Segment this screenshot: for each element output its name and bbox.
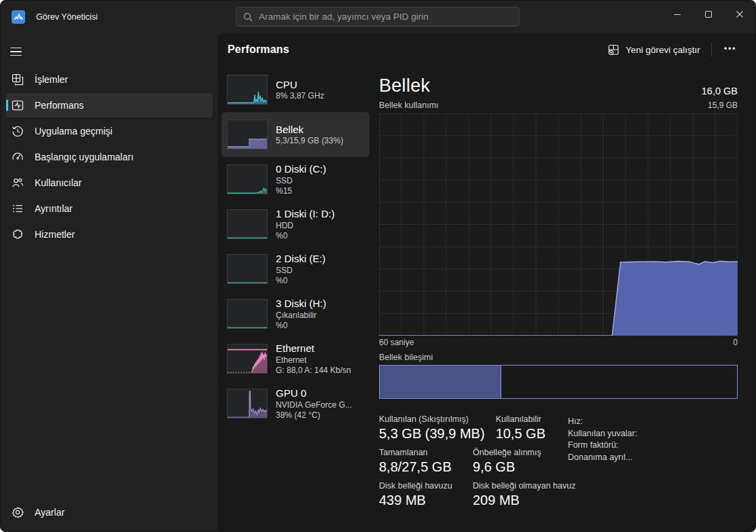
stat-cell: Tamamlanan8,8/27,5 GB <box>379 448 462 475</box>
perf-item-subtitle: 5,3/15,9 GB (33%) <box>276 136 343 145</box>
search-box[interactable] <box>236 7 520 26</box>
perf-item-title: 2 Diski (E:) <box>276 253 325 264</box>
axis-right-label: 0 <box>733 338 738 347</box>
perf-item-subtitle: %15 <box>276 186 326 196</box>
stat-value: 8,8/27,5 GB <box>379 459 462 475</box>
detail-title: Bellek <box>379 75 430 96</box>
perf-list-item-disk0[interactable]: 0 Diski (C:)SSD%15 <box>221 157 370 202</box>
perf-item-subtitle: HDD <box>276 221 335 230</box>
stat-cell: Disk belleği havuzu439 MB <box>379 481 462 508</box>
sidebar-item-label: Ayarlar <box>35 507 65 518</box>
stat-cell: Disk belleği olmayan havuz209 MB <box>473 481 575 508</box>
stat-cell: Kullanılan (Sıkıştırılmış)5,3 GB (39,9 M… <box>379 414 485 442</box>
selection-accent <box>6 74 8 86</box>
users-icon <box>12 177 24 189</box>
sidebar-item-services[interactable]: Hizmetler <box>6 222 213 247</box>
hardware-info-labels: Hız:Kullanılan yuvalar:Form faktörü:Dona… <box>568 416 637 463</box>
perf-item-title: Ethernet <box>276 342 351 354</box>
perf-item-subtitle: 8% 3,87 GHz <box>276 91 324 101</box>
perf-list-item-cpu[interactable]: CPU8% 3,87 GHz <box>221 67 370 112</box>
minimize-button[interactable] <box>662 1 693 28</box>
stat-label: Disk belleği olmayan havuz <box>473 481 575 491</box>
perf-list-item-disk3[interactable]: 3 Diski (H:)Çıkarılabilir%0 <box>221 291 370 336</box>
perf-item-subtitle: %0 <box>276 321 326 330</box>
perf-list-item-gpu0[interactable]: GPU 0NVIDIA GeForce G...38% (42 °C) <box>221 381 370 426</box>
run-new-task-button[interactable]: Yeni görevi çalıştır <box>601 39 707 60</box>
maximize-button[interactable] <box>693 1 724 28</box>
search-icon <box>243 12 253 22</box>
stat-value: 9,6 GB <box>473 459 556 475</box>
window-controls <box>662 1 755 28</box>
close-button[interactable] <box>724 1 755 28</box>
stat-value: 439 MB <box>379 493 462 508</box>
perf-item-subtitle: %0 <box>276 231 335 241</box>
sidebar-item-label: Ayrıntılar <box>35 203 73 214</box>
memory-composition-used <box>380 366 501 398</box>
app-title: Görev Yöneticisi <box>36 12 98 22</box>
perf-item-title: 1 Diski (I: D:) <box>276 208 335 219</box>
memory-stats: Hız:Kullanılan yuvalar:Form faktörü:Dona… <box>379 414 738 508</box>
sidebar-item-users[interactable]: Kullanıcılar <box>6 171 213 195</box>
new-task-icon <box>608 44 619 56</box>
memory-composition-label: Bellek bileşimi <box>379 353 738 362</box>
cpu-mini-graph <box>227 75 268 105</box>
sidebar-item-history[interactable]: Uygulama geçmişi <box>6 119 213 143</box>
sidebar-item-startup[interactable]: Başlangıç uygulamaları <box>6 145 213 169</box>
services-icon <box>12 228 24 241</box>
sidebar-item-details[interactable]: Ayrıntılar <box>6 196 213 221</box>
stat-row: Kullanılan (Sıkıştırılmış)5,3 GB (39,9 M… <box>379 414 738 442</box>
stat-cell: Kullanılabilir10,5 GB <box>496 414 579 442</box>
performance-icon <box>12 99 24 111</box>
perf-list-item-memory[interactable]: Bellek5,3/15,9 GB (33%) <box>221 112 370 157</box>
more-options-icon[interactable]: ••• <box>716 39 744 60</box>
stat-row: Tamamlanan8,8/27,5 GBÖnbelleğe alınmış9,… <box>379 448 738 475</box>
selection-accent <box>6 100 8 111</box>
memory-mini-graph <box>227 120 268 149</box>
selection-accent <box>6 177 8 189</box>
usage-chart-label: Bellek kullanımı <box>379 101 439 110</box>
content-panel: Performans Yeni görevi çalıştır ••• CPU8… <box>218 33 755 531</box>
sidebar-item-label: Performans <box>35 100 84 111</box>
details-icon <box>12 202 24 215</box>
perf-item-title: Bellek <box>276 124 343 135</box>
sidebar-item-performance[interactable]: Performans <box>6 93 213 118</box>
content-header: Performans Yeni görevi çalıştır ••• <box>218 33 755 66</box>
processes-icon <box>12 73 24 86</box>
sidebar-settings: Ayarlar <box>1 499 218 526</box>
hardware-info-label: Hız: <box>568 416 637 428</box>
search-input[interactable] <box>259 12 512 22</box>
stat-label: Kullanılan (Sıkıştırılmış) <box>379 414 485 424</box>
hamburger-menu-icon[interactable] <box>6 40 33 63</box>
axis-left-label: 60 saniye <box>379 338 414 347</box>
perf-item-title: 3 Diski (H:) <box>276 298 326 309</box>
sidebar-item-settings[interactable]: Ayarlar <box>6 500 213 525</box>
perf-list-item-disk2[interactable]: 2 Diski (E:)SSD%0 <box>221 247 370 291</box>
sidebar-item-label: Başlangıç uygulamaları <box>35 152 134 162</box>
app-history-icon <box>12 125 24 137</box>
stat-label: Disk belleği havuzu <box>379 481 462 491</box>
hardware-info-label: Form faktörü: <box>568 440 637 452</box>
startup-apps-icon <box>12 151 24 163</box>
sidebar: İşlemlerPerformansUygulama geçmişiBaşlan… <box>1 33 218 531</box>
perf-item-subtitle: Çıkarılabilir <box>276 311 326 320</box>
memory-composition-bar <box>379 365 738 399</box>
perf-item-subtitle: G: 88,0 A: 144 Kb/sn <box>276 366 351 375</box>
sidebar-item-processes[interactable]: İşlemler <box>6 67 213 92</box>
perf-list-item-ethernet[interactable]: EthernetEthernetG: 88,0 A: 144 Kb/sn <box>221 336 370 381</box>
perf-list-item-disk1[interactable]: 1 Diski (I: D:)HDD%0 <box>221 202 370 247</box>
run-new-task-label: Yeni görevi çalıştır <box>626 45 700 55</box>
memory-total: 16,0 GB <box>702 86 738 96</box>
stat-cell: Önbelleğe alınmış9,6 GB <box>473 448 556 475</box>
gear-icon <box>12 506 24 518</box>
ethernet-mini-graph <box>227 344 268 374</box>
stat-value: 10,5 GB <box>496 426 579 442</box>
hardware-info-label: Donanıma ayrıl... <box>568 452 637 464</box>
perf-item-subtitle: SSD <box>276 266 325 275</box>
selection-accent <box>6 229 8 241</box>
perf-item-title: CPU <box>276 79 324 90</box>
memory-detail: Bellek 16,0 GB Bellek kullanımı 15,9 GB … <box>379 66 738 531</box>
memory-usage-chart <box>379 113 738 336</box>
perf-item-title: GPU 0 <box>276 387 352 399</box>
selection-accent <box>6 152 8 163</box>
disk1-mini-graph <box>227 209 268 239</box>
